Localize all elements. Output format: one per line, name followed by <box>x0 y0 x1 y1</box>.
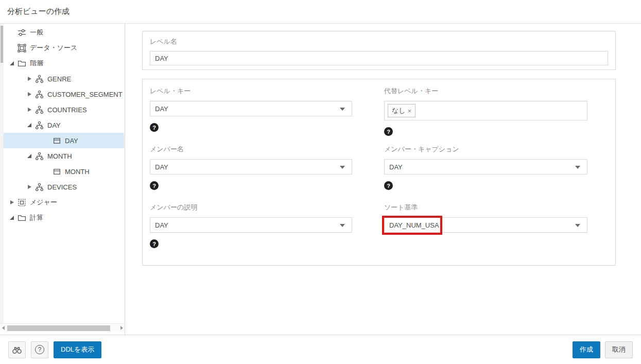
help-button[interactable]: ? <box>31 341 48 358</box>
data-source-icon <box>18 44 26 53</box>
selection-chip: なし × <box>388 104 415 117</box>
sliders-icon <box>18 28 26 37</box>
chevron-down-icon <box>575 224 580 227</box>
hierarchy-icon <box>35 90 44 99</box>
sidebar-item-day-hierarchy[interactable]: DAY <box>4 117 124 133</box>
level-key-label: レベル・キー <box>150 87 352 95</box>
expanded-icon[interactable] <box>9 60 15 66</box>
scrollbar-thumb[interactable] <box>1 26 3 63</box>
field-member-caption: メンバー・キャプション DAY ? <box>384 145 587 190</box>
sidebar-horizontal-scrollbar[interactable] <box>0 323 125 332</box>
tree-item-label: 一般 <box>30 28 43 37</box>
alt-level-key-label: 代替レベル・キー <box>384 87 587 95</box>
sidebar-vertical-scrollbar[interactable] <box>0 24 4 323</box>
sidebar-item-calculations[interactable]: 計算 <box>4 210 124 226</box>
tree-item-label: DEVICES <box>47 183 77 191</box>
scrollbar-track[interactable] <box>7 325 117 331</box>
member-description-select[interactable]: DAY <box>150 217 352 233</box>
create-button[interactable]: 作成 <box>573 341 600 358</box>
show-ddl-button[interactable]: DDLを表示 <box>54 341 101 358</box>
sidebar-item-data-sources[interactable]: データ・ソース <box>4 40 124 56</box>
select-value: DAY <box>389 163 403 171</box>
field-member-description: メンバーの説明 DAY ? <box>150 203 352 248</box>
sort-by-select[interactable]: DAY_NUM_USA <box>384 217 587 233</box>
scroll-left-arrow-icon[interactable] <box>0 324 6 333</box>
folder-icon <box>18 214 26 222</box>
alt-level-key-input[interactable]: なし × <box>384 101 587 120</box>
scroll-right-arrow-icon[interactable] <box>118 324 125 333</box>
page-title: 分析ビューの作成 <box>7 7 70 16</box>
sort-by-label: ソート基準 <box>384 203 587 212</box>
tree-item-label: MONTH <box>65 168 90 176</box>
hierarchy-icon <box>35 183 44 192</box>
select-value: DAY <box>155 163 168 171</box>
level-name-value: DAY <box>155 55 168 62</box>
sidebar-item-hierarchies[interactable]: 階層 <box>4 56 124 71</box>
tree-item-label: CUSTOMER_SEGMENT <box>47 91 123 98</box>
sidebar-item-genre[interactable]: GENRE <box>4 71 124 86</box>
field-alt-level-key: 代替レベル・キー なし × ? <box>384 87 587 136</box>
tree-item-label: MONTH <box>47 152 72 160</box>
collapsed-icon[interactable] <box>26 107 32 113</box>
sidebar-item-customer-segment[interactable]: CUSTOMER_SEGMENT <box>4 86 124 102</box>
expanded-icon[interactable] <box>26 153 32 159</box>
select-value: DAY <box>155 105 168 113</box>
tree-item-label: 階層 <box>30 59 43 68</box>
create-analysis-view-dialog: 分析ビューの作成 一般 <box>0 0 641 364</box>
level-name-label: レベル名 <box>150 38 608 46</box>
chip-label: なし <box>392 106 406 115</box>
select-value: DAY_NUM_USA <box>389 221 439 229</box>
level-name-panel: レベル名 DAY <box>142 31 616 70</box>
select-value: DAY <box>155 221 168 229</box>
help-icon[interactable]: ? <box>150 181 159 190</box>
sidebar-item-month-level[interactable]: MONTH <box>4 164 124 179</box>
tree-item-label: COUNTRIES <box>47 106 87 114</box>
member-caption-label: メンバー・キャプション <box>384 145 587 153</box>
level-properties-panel: レベル・キー DAY ? メンバー名 DAY ? <box>142 79 616 266</box>
field-member-name: メンバー名 DAY ? <box>150 145 352 190</box>
hierarchy-icon <box>35 106 44 114</box>
level-name-input[interactable]: DAY <box>150 51 608 65</box>
chevron-down-icon <box>340 224 345 227</box>
collapsed-icon[interactable] <box>9 199 15 205</box>
sidebar-item-day-level-selected[interactable]: DAY <box>4 133 124 148</box>
chevron-down-icon <box>340 166 345 169</box>
member-caption-select[interactable]: DAY <box>384 159 587 175</box>
sidebar-item-devices[interactable]: DEVICES <box>4 179 124 195</box>
tree-item-label: データ・ソース <box>30 43 77 53</box>
expanded-icon[interactable] <box>9 215 15 221</box>
sidebar-item-measures[interactable]: メジャー <box>4 195 124 210</box>
dialog-header: 分析ビューの作成 <box>0 0 641 24</box>
help-icon[interactable]: ? <box>150 239 159 248</box>
collapsed-icon[interactable] <box>26 76 32 82</box>
sidebar-tree-panel: 一般 データ・ソース <box>0 24 125 335</box>
help-icon[interactable]: ? <box>150 123 159 132</box>
sidebar-item-month-hierarchy[interactable]: MONTH <box>4 148 124 164</box>
level-icon <box>53 167 61 176</box>
member-name-label: メンバー名 <box>150 145 352 153</box>
tree-item-label: 計算 <box>30 213 43 222</box>
sidebar-item-countries[interactable]: COUNTRIES <box>4 102 124 117</box>
scrollbar-thumb[interactable] <box>7 325 110 331</box>
help-icon[interactable]: ? <box>384 127 393 136</box>
hierarchy-icon <box>35 75 44 83</box>
collapsed-icon[interactable] <box>26 184 32 190</box>
member-name-select[interactable]: DAY <box>150 159 352 175</box>
tree-item-label: DAY <box>47 122 61 129</box>
field-sort-by: ソート基準 DAY_NUM_USA <box>384 203 587 233</box>
sidebar-item-general[interactable]: 一般 <box>4 25 124 40</box>
expanded-icon[interactable] <box>26 122 32 128</box>
help-icon[interactable]: ? <box>384 181 393 190</box>
collapsed-icon[interactable] <box>26 91 32 97</box>
binoculars-icon <box>12 345 22 354</box>
chevron-down-icon <box>340 108 345 111</box>
cancel-button[interactable]: 取消 <box>605 341 633 358</box>
tree-item-label: DAY <box>65 137 78 145</box>
level-icon <box>53 136 61 145</box>
hierarchy-icon <box>35 121 44 130</box>
folder-icon <box>18 59 26 68</box>
level-key-select[interactable]: DAY <box>150 101 352 116</box>
dialog-footer: ? DDLを表示 作成 取消 <box>0 335 641 364</box>
find-button[interactable] <box>8 341 26 358</box>
remove-chip-icon[interactable]: × <box>408 107 412 115</box>
